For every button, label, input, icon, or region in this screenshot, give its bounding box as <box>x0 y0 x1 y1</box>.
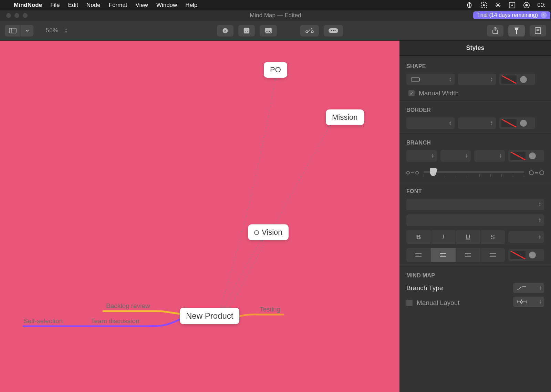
more-button[interactable] <box>324 25 343 36</box>
manual-layout-checkbox[interactable]: Manual Layout <box>406 299 460 307</box>
hash-icon[interactable] <box>495 2 501 9</box>
branch-thickness-slider[interactable] <box>406 167 544 178</box>
style-panel-button[interactable] <box>508 25 525 36</box>
section-font: FONT <box>406 188 544 194</box>
branch-type-select[interactable]: ▲▼ <box>513 283 544 293</box>
svg-point-4 <box>526 4 528 6</box>
branch-self-label[interactable]: Self-selection <box>23 317 63 325</box>
layout-direction-select[interactable]: ▲▼ <box>513 297 544 307</box>
svg-point-18 <box>333 30 334 31</box>
download-tray-icon[interactable] <box>508 1 516 9</box>
branch-width-select[interactable]: ▲▼ <box>474 150 505 162</box>
italic-button[interactable]: I <box>431 230 456 244</box>
style-panel: Styles SHAPE ▲▼ ▲▼ ✓ Manual Width <box>399 41 551 392</box>
branch-type-label: Branch Type <box>406 284 443 292</box>
svg-rect-8 <box>244 28 249 33</box>
node-po[interactable]: PO <box>264 62 287 78</box>
node-vision[interactable]: Vision <box>248 224 289 240</box>
menu-edit[interactable]: Edit <box>68 2 78 9</box>
sidebar-toggle[interactable] <box>5 25 33 36</box>
color-swatch-icon <box>529 252 536 258</box>
section-mindmap: MIND MAP <box>406 273 544 279</box>
node-mission[interactable]: Mission <box>326 109 364 125</box>
panel-layout-icon[interactable] <box>5 25 21 36</box>
trial-label: Trial (14 days remaining) <box>477 12 538 18</box>
zoom-window-icon[interactable] <box>23 13 28 18</box>
svg-point-10 <box>247 30 248 31</box>
task-circle-icon <box>254 230 259 235</box>
shape-type-select[interactable]: ▲▼ <box>406 74 455 85</box>
menu-format[interactable]: Format <box>109 2 127 9</box>
menu-view[interactable]: View <box>135 2 148 9</box>
chevron-down-icon[interactable] <box>21 25 33 36</box>
panel-header: Styles <box>399 41 551 56</box>
node-center[interactable]: New Product <box>180 308 239 324</box>
bold-button[interactable]: B <box>406 230 431 244</box>
strikethrough-button[interactable]: S <box>480 230 505 244</box>
shape-fill-color[interactable] <box>499 74 535 85</box>
svg-point-13 <box>306 31 308 33</box>
menu-file[interactable]: File <box>50 2 60 9</box>
svg-point-17 <box>331 30 332 31</box>
branch-style-select[interactable]: ▲▼ <box>406 150 437 162</box>
font-color[interactable] <box>508 249 544 261</box>
branch-color[interactable] <box>508 150 544 162</box>
menu-help[interactable]: Help <box>185 2 197 9</box>
slider-thin-icon <box>406 171 419 174</box>
section-border: BORDER <box>406 107 544 113</box>
shape-size-select[interactable]: ▲▼ <box>458 74 496 85</box>
no-fill-icon <box>501 75 517 84</box>
close-window-icon[interactable] <box>6 13 11 18</box>
underline-button[interactable]: U <box>456 230 480 244</box>
sticker-button[interactable] <box>238 25 255 36</box>
text-align-segmented[interactable] <box>406 248 505 262</box>
zoom-control[interactable]: 56% ▲▼ <box>38 25 73 36</box>
color-swatch-icon <box>520 76 527 83</box>
section-branch: BRANCH <box>406 140 544 146</box>
window-title: Mind Map — Edited <box>250 12 301 19</box>
image-button[interactable] <box>260 25 277 36</box>
svg-point-7 <box>223 28 228 33</box>
svg-rect-5 <box>9 28 16 33</box>
connect-nodes-button[interactable]: + <box>300 25 319 36</box>
manual-layout-label: Manual Layout <box>417 299 460 307</box>
font-style-segmented[interactable]: B I U S <box>406 230 505 244</box>
outline-panel-button[interactable] <box>530 25 546 36</box>
align-center-button[interactable] <box>431 248 456 262</box>
border-width-select[interactable]: ▲▼ <box>458 117 496 129</box>
minimize-window-icon[interactable] <box>14 13 19 18</box>
task-check-button[interactable] <box>217 25 233 36</box>
svg-rect-21 <box>516 30 517 34</box>
toolbar: 56% ▲▼ + <box>0 21 551 41</box>
svg-text:+: + <box>311 28 312 30</box>
manual-width-checkbox[interactable]: ✓ Manual Width <box>408 89 544 97</box>
screenshot-icon[interactable] <box>480 1 488 9</box>
font-weight-select[interactable]: ▲▼ <box>406 214 544 226</box>
align-right-button[interactable] <box>456 248 480 262</box>
border-color[interactable] <box>499 117 535 129</box>
record-icon[interactable] <box>523 1 530 9</box>
branch-team-label[interactable]: Team discussion <box>91 317 139 325</box>
svg-rect-26 <box>411 78 419 81</box>
traffic-lights[interactable] <box>0 13 28 18</box>
menu-node[interactable]: Node <box>86 2 101 9</box>
branch-testing-label[interactable]: Testing <box>260 306 280 313</box>
branch-backlog-label[interactable]: Backlog review <box>106 302 150 310</box>
leaf-icon[interactable] <box>466 1 473 9</box>
macos-menubar: MindNode File Edit Node Format View Wind… <box>0 0 551 10</box>
node-center-label: New Product <box>186 311 233 320</box>
border-style-select[interactable]: ▲▼ <box>406 117 455 129</box>
zoom-stepper-icon[interactable]: ▲▼ <box>64 28 68 33</box>
no-fill-icon <box>510 152 526 160</box>
checkbox-empty-icon <box>406 300 413 306</box>
app-name[interactable]: MindNode <box>14 2 42 9</box>
font-size-select[interactable]: ▲▼ <box>508 231 544 243</box>
branch-dash-select[interactable]: ▲▼ <box>440 150 471 162</box>
font-family-select[interactable]: ▲▼ <box>406 199 544 210</box>
trial-badge[interactable]: Trial (14 days remaining) › <box>473 11 550 19</box>
align-left-button[interactable] <box>406 248 431 262</box>
share-button[interactable] <box>487 25 503 36</box>
mindmap-canvas[interactable]: PO Mission Vision New Product Backlog re… <box>0 41 399 392</box>
menu-window[interactable]: Window <box>156 2 177 9</box>
align-justify-button[interactable] <box>480 248 505 262</box>
